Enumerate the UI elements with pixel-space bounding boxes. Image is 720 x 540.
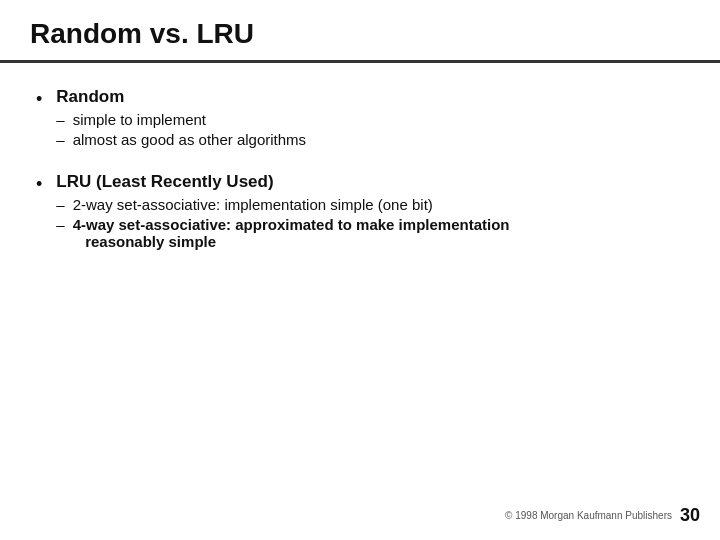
bullet-text-random: Random – simple to implement – almost as… <box>56 87 684 148</box>
sub-dash-2: – <box>56 131 64 148</box>
slide-content: • Random – simple to implement – almost … <box>0 63 720 294</box>
bullet-main-random: Random <box>56 87 684 107</box>
sub-item-random-2: – almost as good as other algorithms <box>56 131 684 148</box>
bullet-dot-1: • <box>36 89 42 110</box>
sub-item-lru-2: – 4-way set-associative: approximated to… <box>56 216 684 250</box>
bullet-section-random: • Random – simple to implement – almost … <box>36 87 684 148</box>
sub-text-lru-1: 2-way set-associative: implementation si… <box>73 196 433 213</box>
sub-dash-1: – <box>56 111 64 128</box>
sub-text-random-1: simple to implement <box>73 111 206 128</box>
sub-item-random-1: – simple to implement <box>56 111 684 128</box>
sub-text-random-2: almost as good as other algorithms <box>73 131 306 148</box>
sub-dash-3: – <box>56 196 64 213</box>
sub-item-lru-1: – 2-way set-associative: implementation … <box>56 196 684 213</box>
slide: Random vs. LRU • Random – simple to impl… <box>0 0 720 540</box>
sub-text-lru-2-bold: 4-way set-associative: approximated to m… <box>73 216 510 250</box>
footer-page-number: 30 <box>680 505 700 526</box>
bullet-text-lru: LRU (Least Recently Used) – 2-way set-as… <box>56 172 684 250</box>
slide-footer: © 1998 Morgan Kaufmann Publishers 30 <box>505 505 700 526</box>
bullet-main-lru: LRU (Least Recently Used) <box>56 172 684 192</box>
sub-dash-4: – <box>56 216 64 233</box>
sub-text-lru-2: 4-way set-associative: approximated to m… <box>73 216 510 250</box>
bullet-section-lru: • LRU (Least Recently Used) – 2-way set-… <box>36 172 684 250</box>
slide-header: Random vs. LRU <box>0 0 720 63</box>
slide-title: Random vs. LRU <box>30 18 690 50</box>
bullet-dot-2: • <box>36 174 42 195</box>
footer-copyright: © 1998 Morgan Kaufmann Publishers <box>505 510 672 521</box>
